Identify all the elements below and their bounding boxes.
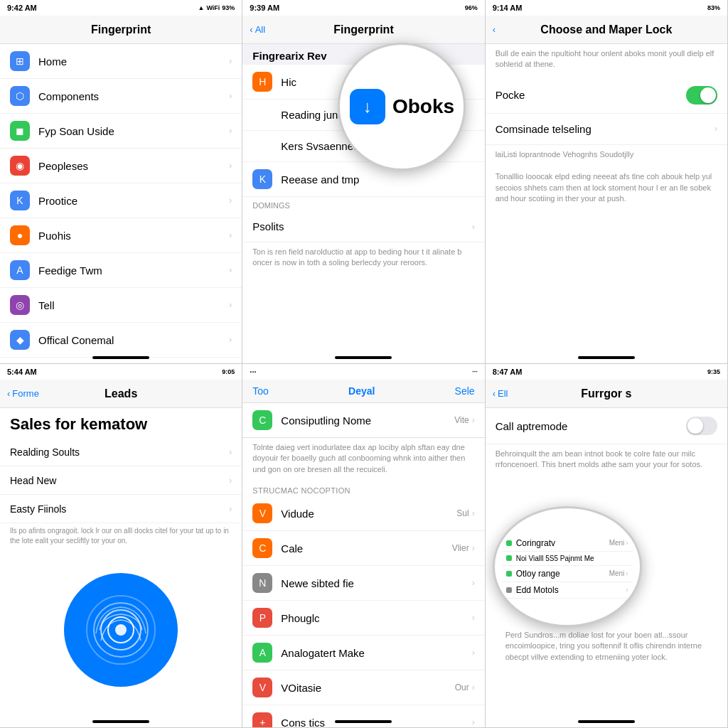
back-button-4[interactable]: ‹ Forme: [7, 388, 39, 399]
chevron-icon: ›: [229, 196, 232, 205]
tab-sele[interactable]: Sele: [455, 385, 475, 397]
tab-too[interactable]: Too: [252, 385, 269, 397]
list-item-s1[interactable]: A Feedige Twm ›: [0, 253, 242, 288]
home-bar-4: [92, 720, 149, 723]
list-item-s1[interactable]: K Prootice ›: [0, 183, 242, 218]
item-label: Peopleses: [38, 160, 229, 172]
list-item-s5[interactable]: C Cale Vlier ›: [242, 531, 484, 566]
list-item-s5[interactable]: P Phouglc ›: [242, 601, 484, 636]
screen-fingerprint-detail: 9:39 AM 96% ‹ All Fingerprint Fingrearix…: [242, 0, 485, 364]
chevron-left-icon-3: ‹: [493, 24, 496, 35]
desc-top-3: Bull de eain the npultioht hour onlent a…: [486, 44, 727, 77]
screen-fingerprint-menu: 9:42 AM ▲ WiFi 93% Fingerprint ⊞ Home › …: [0, 0, 242, 364]
list-item-s5[interactable]: + Cons tics ›: [242, 705, 484, 728]
list-item-s1[interactable]: ◆ Offical Conemal ›: [0, 323, 242, 358]
item-suffix-s5: Sul: [456, 508, 469, 518]
chevron-realding: ›: [229, 447, 232, 457]
settings-item-psolits[interactable]: Psolits›: [242, 211, 484, 242]
status-bar-6: 8:47 AM 9:35: [486, 364, 727, 380]
battery-icon-4: 9:05: [222, 368, 235, 375]
item-suffix-s5: Our: [455, 682, 469, 692]
toggle-call[interactable]: [686, 417, 717, 435]
time-3: 9:14 AM: [493, 4, 523, 12]
chevron-s5: ›: [472, 648, 475, 658]
item-label-s5: Vidude: [281, 508, 456, 520]
item-icon: ●: [10, 225, 30, 245]
screen-leads: 5:44 AM 9:05 ‹ Forme Leads Sales for kem…: [0, 364, 242, 728]
chevron-s5: ›: [472, 682, 475, 692]
bottom-text-content-6: Perd Sundros...m doliae lost for your bo…: [496, 626, 717, 670]
status-bar-4: 5:44 AM 9:05: [0, 364, 242, 380]
tab-deyal[interactable]: Deyal: [348, 385, 375, 397]
mag-suffix-otloy: Meni: [609, 569, 625, 577]
list-item-easty[interactable]: Easty Fiinols ›: [0, 495, 242, 523]
mag-item-noi[interactable]: Noi Vialll 5S5 Pajnmt Me: [502, 552, 633, 566]
item-label: Puohis: [38, 230, 229, 242]
chevron-icon: ›: [229, 56, 232, 66]
list-item-s1[interactable]: ⬡ Components ›: [0, 79, 242, 114]
mag-item-coringratv[interactable]: Coringratv Meni ›: [502, 535, 633, 552]
list-item-s1[interactable]: ⊞ Home ›: [0, 44, 242, 79]
item-icon: ◉: [10, 156, 30, 176]
back-label-6: Ell: [498, 388, 508, 399]
list-item-s5[interactable]: V VOitasie Our ›: [242, 670, 484, 705]
bottom-text-6: Perd Sundros...m doliae lost for your bo…: [486, 620, 727, 675]
list-item-s5[interactable]: A Analogatert Make ›: [242, 636, 484, 670]
item-label-s5: VOitasie: [281, 682, 454, 694]
back-button-3[interactable]: ‹: [493, 24, 496, 35]
time-6: 8:47 AM: [493, 368, 523, 376]
chevron-icon: ›: [229, 230, 232, 240]
list-item-s5[interactable]: N Newe sibted fie ›: [242, 566, 484, 601]
list-item-s1[interactable]: ◼ Fyp Soan Uside ›: [0, 114, 242, 149]
long-desc-3: Tonalllio looocak elpd eding neeeat afs …: [486, 167, 727, 211]
item-icon: ⬡: [10, 86, 30, 106]
list-item-s1[interactable]: ● Puohis ›: [0, 218, 242, 253]
svg-point-4: [115, 624, 127, 636]
desc-s2: Ton is ren field narolductio at app to b…: [242, 242, 484, 276]
chevron-edd: ›: [626, 586, 628, 594]
nav-bar-3: ‹ Choose and Maper Lock: [486, 16, 727, 44]
nav-title-3: Choose and Maper Lock: [540, 23, 672, 36]
nav-title-4: Leads: [105, 387, 137, 400]
screen-choose-lock: 9:14 AM 83% ‹ Choose and Maper Lock Bull…: [486, 0, 728, 364]
magnifier-overlay-2: ↓ Oboks: [338, 43, 466, 171]
status-icons-6: 9:35: [707, 368, 720, 375]
back-button-2[interactable]: ‹ All: [250, 24, 265, 35]
tab-bar-5: Too Deyal Sele: [242, 380, 484, 403]
top-item-5[interactable]: C Consiputling Nome Vite ›: [242, 403, 484, 438]
screen-furrgor: 8:47 AM 9:35 ‹ Ell Furrgor s Call aptrem…: [486, 364, 728, 728]
list-item-s5[interactable]: V Vidude Sul ›: [242, 496, 484, 531]
home-bar-3: [578, 356, 635, 359]
home-bar-5: [335, 720, 392, 723]
item-label: Components: [38, 90, 229, 102]
chevron-s5: ›: [472, 717, 475, 727]
toggle-row-pocke: Pocke: [486, 77, 727, 114]
page-title-4: Sales for kematow: [0, 408, 242, 438]
status-icons-2: 96%: [465, 4, 478, 11]
chevron-psolits: ›: [472, 222, 475, 232]
mag-item-edd[interactable]: Edd Motols ›: [502, 582, 633, 599]
chevron-icon: ›: [229, 161, 232, 171]
color-dot-edd: [506, 587, 512, 593]
list-item-s1[interactable]: ◉ Peopleses ›: [0, 149, 242, 183]
mag-item-otloy[interactable]: Otloy range Meni ›: [502, 566, 633, 582]
item-icon: A: [10, 260, 30, 280]
toggle-pocke[interactable]: [686, 86, 717, 105]
list-item-realding[interactable]: Realding Soults ›: [0, 438, 242, 466]
menu-list-1: ⊞ Home › ⬡ Components › ◼ Fyp Soan Uside…: [0, 44, 242, 364]
battery-icon-2: 96%: [465, 4, 478, 11]
mag-list-6: Coringratv Meni › Noi Vialll 5S5 Pajnmt …: [502, 535, 633, 599]
list-item-s2[interactable]: KReease and tmp: [242, 162, 484, 197]
list-item-headnew[interactable]: Head New ›: [0, 466, 242, 495]
item-label-headnew: Head New: [10, 475, 229, 486]
mag-label-noi: Noi Vialll 5S5 Pajnmt Me: [516, 555, 628, 562]
settings-item-comsinade[interactable]: Comsinade telseling ›: [486, 114, 727, 145]
magnifier-content-2: ↓ Oboks: [350, 89, 454, 124]
home-bar-6: [578, 720, 635, 723]
item-label: Offical Conemal: [38, 334, 229, 346]
list-item-s1[interactable]: ◎ Tell ›: [0, 288, 242, 323]
chevron-icon: ›: [229, 265, 232, 275]
battery-icon-1: 93%: [222, 4, 235, 11]
back-button-6[interactable]: ‹ Ell: [493, 388, 508, 399]
status-bar-1: 9:42 AM ▲ WiFi 93%: [0, 0, 242, 16]
